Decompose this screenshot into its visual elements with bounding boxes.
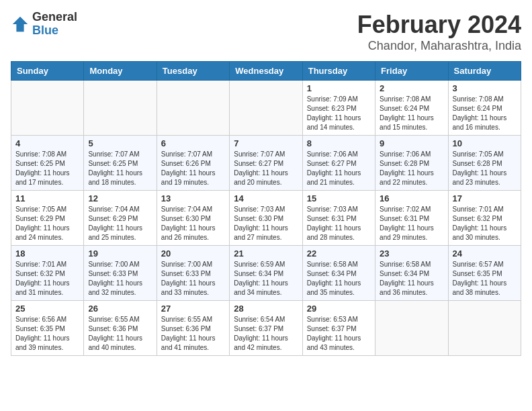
logo-blue-text: Blue [32, 24, 77, 38]
day-number: 1 [307, 83, 371, 93]
day-number: 13 [161, 193, 225, 203]
day-info: Sunrise: 6:57 AMSunset: 6:35 PMDaylight:… [453, 260, 517, 298]
day-header-friday: Friday [375, 62, 448, 81]
day-number: 29 [307, 304, 371, 314]
calendar-day [11, 81, 84, 136]
day-info: Sunrise: 7:01 AMSunset: 6:32 PMDaylight:… [453, 205, 517, 242]
calendar-day: 18Sunrise: 7:01 AMSunset: 6:32 PMDayligh… [11, 246, 84, 301]
svg-marker-0 [13, 17, 28, 32]
day-number: 7 [234, 138, 298, 148]
day-number: 2 [380, 83, 443, 93]
day-info: Sunrise: 7:04 AMSunset: 6:30 PMDaylight:… [161, 205, 225, 242]
day-info: Sunrise: 7:08 AMSunset: 6:24 PMDaylight:… [453, 95, 517, 132]
calendar-week-3: 11Sunrise: 7:05 AMSunset: 6:29 PMDayligh… [11, 191, 521, 246]
day-info: Sunrise: 7:01 AMSunset: 6:32 PMDaylight:… [15, 260, 79, 298]
day-number: 20 [161, 248, 225, 259]
day-number: 27 [161, 304, 225, 314]
day-info: Sunrise: 6:54 AMSunset: 6:37 PMDaylight:… [234, 315, 298, 353]
day-info: Sunrise: 6:58 AMSunset: 6:34 PMDaylight:… [380, 260, 443, 298]
day-info: Sunrise: 7:05 AMSunset: 6:28 PMDaylight:… [453, 150, 517, 187]
calendar-day: 12Sunrise: 7:04 AMSunset: 6:29 PMDayligh… [84, 191, 157, 246]
calendar-day: 11Sunrise: 7:05 AMSunset: 6:29 PMDayligh… [11, 191, 84, 246]
day-info: Sunrise: 7:04 AMSunset: 6:29 PMDaylight:… [88, 205, 152, 242]
calendar-day: 13Sunrise: 7:04 AMSunset: 6:30 PMDayligh… [157, 191, 229, 246]
calendar-day: 4Sunrise: 7:08 AMSunset: 6:25 PMDaylight… [11, 136, 84, 191]
day-number: 3 [453, 83, 517, 93]
calendar-day: 21Sunrise: 6:59 AMSunset: 6:34 PMDayligh… [230, 246, 302, 301]
day-number: 5 [88, 138, 152, 148]
day-info: Sunrise: 7:08 AMSunset: 6:25 PMDaylight:… [15, 150, 79, 187]
day-info: Sunrise: 7:06 AMSunset: 6:28 PMDaylight:… [380, 150, 443, 187]
day-number: 19 [88, 248, 152, 259]
day-number: 24 [453, 248, 517, 259]
day-info: Sunrise: 6:58 AMSunset: 6:34 PMDaylight:… [307, 260, 371, 298]
day-number: 16 [380, 193, 443, 203]
calendar-day: 26Sunrise: 6:55 AMSunset: 6:36 PMDayligh… [84, 301, 157, 356]
calendar-subtitle: Chandor, Maharashtra, India [357, 39, 521, 53]
calendar-week-5: 25Sunrise: 6:56 AMSunset: 6:35 PMDayligh… [11, 301, 521, 356]
day-info: Sunrise: 7:00 AMSunset: 6:33 PMDaylight:… [161, 260, 225, 298]
calendar-day: 6Sunrise: 7:07 AMSunset: 6:26 PMDaylight… [157, 136, 229, 191]
day-number: 9 [380, 138, 443, 148]
day-info: Sunrise: 7:03 AMSunset: 6:30 PMDaylight:… [234, 205, 298, 242]
calendar-day [230, 81, 302, 136]
day-number: 6 [161, 138, 225, 148]
day-info: Sunrise: 7:06 AMSunset: 6:27 PMDaylight:… [307, 150, 371, 187]
day-info: Sunrise: 6:55 AMSunset: 6:36 PMDaylight:… [161, 315, 225, 353]
calendar-day: 8Sunrise: 7:06 AMSunset: 6:27 PMDaylight… [302, 136, 375, 191]
day-info: Sunrise: 6:53 AMSunset: 6:37 PMDaylight:… [307, 315, 371, 353]
logo-icon [11, 15, 30, 34]
calendar-day: 5Sunrise: 7:07 AMSunset: 6:25 PMDaylight… [84, 136, 157, 191]
calendar-title: February 2024 [357, 11, 521, 39]
day-header-sunday: Sunday [11, 62, 84, 81]
calendar-day: 16Sunrise: 7:02 AMSunset: 6:31 PMDayligh… [375, 191, 448, 246]
day-header-wednesday: Wednesday [230, 62, 302, 81]
day-header-monday: Monday [84, 62, 157, 81]
calendar-day: 23Sunrise: 6:58 AMSunset: 6:34 PMDayligh… [375, 246, 448, 301]
calendar-body: 1Sunrise: 7:09 AMSunset: 6:23 PMDaylight… [11, 81, 521, 356]
calendar-header: SundayMondayTuesdayWednesdayThursdayFrid… [11, 62, 521, 81]
logo: General Blue [11, 11, 77, 38]
calendar-day [375, 301, 448, 356]
page-header: General Blue February 2024 Chandor, Maha… [11, 11, 521, 53]
calendar-day: 9Sunrise: 7:06 AMSunset: 6:28 PMDaylight… [375, 136, 448, 191]
calendar-day: 7Sunrise: 7:07 AMSunset: 6:27 PMDaylight… [230, 136, 302, 191]
day-info: Sunrise: 7:05 AMSunset: 6:29 PMDaylight:… [15, 205, 79, 242]
day-info: Sunrise: 7:02 AMSunset: 6:31 PMDaylight:… [380, 205, 443, 242]
logo-general-text: General [32, 11, 77, 24]
calendar-week-2: 4Sunrise: 7:08 AMSunset: 6:25 PMDaylight… [11, 136, 521, 191]
calendar-day [84, 81, 157, 136]
day-number: 22 [307, 248, 371, 259]
day-header-thursday: Thursday [302, 62, 375, 81]
calendar-day: 25Sunrise: 6:56 AMSunset: 6:35 PMDayligh… [11, 301, 84, 356]
day-info: Sunrise: 6:55 AMSunset: 6:36 PMDaylight:… [88, 315, 152, 353]
calendar-day: 19Sunrise: 7:00 AMSunset: 6:33 PMDayligh… [84, 246, 157, 301]
calendar-day: 22Sunrise: 6:58 AMSunset: 6:34 PMDayligh… [302, 246, 375, 301]
calendar-day [157, 81, 229, 136]
day-info: Sunrise: 6:59 AMSunset: 6:34 PMDaylight:… [234, 260, 298, 298]
day-info: Sunrise: 7:08 AMSunset: 6:24 PMDaylight:… [380, 95, 443, 132]
calendar-day: 3Sunrise: 7:08 AMSunset: 6:24 PMDaylight… [448, 81, 521, 136]
day-header-row: SundayMondayTuesdayWednesdayThursdayFrid… [11, 62, 521, 81]
day-info: Sunrise: 7:07 AMSunset: 6:27 PMDaylight:… [234, 150, 298, 187]
day-number: 11 [15, 193, 79, 203]
calendar-day: 24Sunrise: 6:57 AMSunset: 6:35 PMDayligh… [448, 246, 521, 301]
day-number: 26 [88, 304, 152, 314]
calendar-week-4: 18Sunrise: 7:01 AMSunset: 6:32 PMDayligh… [11, 246, 521, 301]
calendar-day: 10Sunrise: 7:05 AMSunset: 6:28 PMDayligh… [448, 136, 521, 191]
day-number: 21 [234, 248, 298, 259]
calendar-day: 1Sunrise: 7:09 AMSunset: 6:23 PMDaylight… [302, 81, 375, 136]
day-info: Sunrise: 7:00 AMSunset: 6:33 PMDaylight:… [88, 260, 152, 298]
calendar-day: 20Sunrise: 7:00 AMSunset: 6:33 PMDayligh… [157, 246, 229, 301]
day-number: 23 [380, 248, 443, 259]
day-number: 25 [15, 304, 79, 314]
calendar-day: 17Sunrise: 7:01 AMSunset: 6:32 PMDayligh… [448, 191, 521, 246]
day-info: Sunrise: 7:03 AMSunset: 6:31 PMDaylight:… [307, 205, 371, 242]
calendar-week-1: 1Sunrise: 7:09 AMSunset: 6:23 PMDaylight… [11, 81, 521, 136]
day-number: 18 [15, 248, 79, 259]
day-number: 12 [88, 193, 152, 203]
day-number: 28 [234, 304, 298, 314]
day-number: 15 [307, 193, 371, 203]
day-info: Sunrise: 7:07 AMSunset: 6:25 PMDaylight:… [88, 150, 152, 187]
day-info: Sunrise: 7:09 AMSunset: 6:23 PMDaylight:… [307, 95, 371, 132]
